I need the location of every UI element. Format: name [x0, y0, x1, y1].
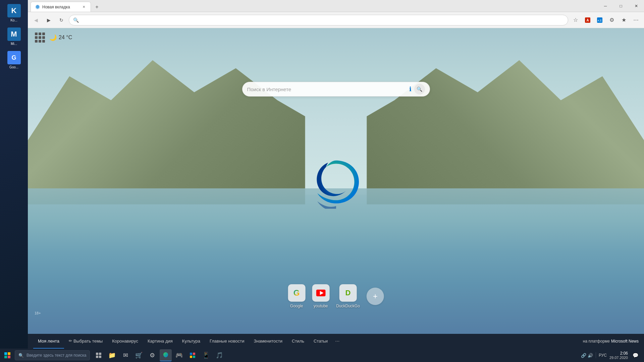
toolbar-icons: ☆ A A文 ⚙ ★ ⋯ — [570, 15, 641, 25]
quick-link-google[interactable]: G Google — [288, 284, 305, 308]
temperature-text: 24 °C — [59, 35, 72, 41]
age-badge: 18+ — [35, 311, 41, 315]
svg-rect-12 — [99, 353, 101, 355]
collections-icon[interactable]: ★ — [619, 15, 629, 25]
bing-icon[interactable]: ℹ — [409, 85, 412, 93]
svg-rect-10 — [8, 356, 10, 358]
quick-links: G Google youtube D DuckDuckGo + — [288, 284, 384, 308]
back-button[interactable]: ◀ — [31, 15, 41, 25]
svg-text:A文: A文 — [597, 19, 602, 22]
search-input[interactable] — [247, 86, 407, 92]
close-button[interactable]: ✕ — [629, 0, 644, 12]
language-indicator[interactable]: РУС — [599, 353, 607, 358]
news-item-my-feed[interactable]: Моя лента — [33, 334, 64, 349]
desktop-icon-3[interactable]: G Goo... — [4, 51, 24, 69]
task-view-button[interactable] — [93, 349, 105, 361]
news-item-culture[interactable]: Культура — [177, 334, 205, 349]
network-icon[interactable]: 🔗 — [581, 353, 586, 358]
settings-button[interactable]: ⚙ — [606, 15, 617, 25]
tab-area: Новая вкладка ✕ + — [28, 0, 598, 12]
minimize-button[interactable]: ─ — [598, 0, 613, 12]
more-button[interactable]: ⋯ — [631, 15, 641, 25]
file-explorer-button[interactable]: 📁 — [106, 349, 118, 361]
news-item-top-news[interactable]: Главные новости — [205, 334, 249, 349]
address-bar: ◀ ▶ ↻ 🔍 ☆ A A文 ⚙ ★ ⋯ — [28, 12, 644, 28]
window-controls: ─ □ ✕ — [598, 0, 644, 12]
news-item-style[interactable]: Стиль — [287, 334, 309, 349]
volume-icon[interactable]: 🔊 — [588, 353, 593, 358]
tab-close-button[interactable]: ✕ — [81, 4, 87, 10]
google-icon: G — [288, 284, 305, 302]
news-item-picture-of-day[interactable]: Картина дия — [143, 334, 177, 349]
svg-rect-18 — [193, 356, 195, 358]
quick-link-youtube[interactable]: youtube — [312, 284, 329, 308]
weather-widget: 🌙 24 °C — [49, 34, 72, 41]
title-bar: Новая вкладка ✕ + ─ □ ✕ — [28, 0, 644, 12]
clock[interactable]: 2:06 29.07.2020 — [609, 351, 628, 360]
settings-button-taskbar[interactable]: ⚙ — [146, 349, 158, 361]
news-item-coronavirus[interactable]: Коронавирус — [107, 334, 143, 349]
svg-text:A: A — [586, 18, 589, 22]
nt-top-bar: 🌙 24 °C — [35, 32, 72, 43]
date-text: 29.07.2020 — [609, 356, 628, 360]
desktop: K Ko... M Mi... G Goo... — [0, 0, 28, 362]
time-text: 2:06 — [609, 351, 628, 356]
search-icon: 🔍 — [73, 17, 79, 23]
tab-favicon — [35, 4, 40, 10]
search-box[interactable]: ℹ 🔍 — [242, 82, 430, 97]
svg-rect-11 — [96, 353, 98, 355]
translate-icon[interactable]: A文 — [594, 15, 605, 25]
favorites-icon[interactable]: ☆ — [570, 15, 581, 25]
pencil-icon: ✏ — [69, 339, 72, 343]
water-reflection — [28, 188, 644, 349]
platform-brand: Microsoft News — [611, 339, 639, 344]
taskbar-right: 🔗 🔊 РУС 2:06 29.07.2020 💬 — [581, 351, 644, 360]
notification-button[interactable]: 💬 — [631, 351, 640, 360]
url-input[interactable] — [82, 17, 564, 23]
extra-button[interactable]: 🎵 — [213, 349, 225, 361]
add-link-button[interactable]: + — [367, 288, 384, 305]
edge-button[interactable] — [160, 349, 172, 361]
tab-title: Новая вкладка — [42, 5, 79, 9]
sys-tray: 🔗 🔊 — [581, 353, 593, 358]
forward-button[interactable]: ▶ — [43, 15, 54, 25]
svg-rect-17 — [190, 356, 192, 358]
weather-icon: 🌙 — [49, 34, 57, 41]
refresh-button[interactable]: ↻ — [56, 15, 67, 25]
taskbar-search-box[interactable]: 🔍 Введите здесь текст для поиска — [15, 350, 90, 360]
news-platform: на платформе Microsoft News — [583, 339, 639, 344]
maximize-button[interactable]: □ — [613, 0, 629, 12]
mail-button[interactable]: ✉ — [119, 349, 131, 361]
new-tab-page: 🌙 24 °C ℹ 🔍 — [28, 28, 644, 349]
news-item-celebrities[interactable]: Знаменитости — [249, 334, 287, 349]
desktop-icon-2[interactable]: M Mi... — [4, 27, 24, 46]
quick-link-duckduckgo[interactable]: D DuckDuckGo — [336, 284, 360, 308]
photos-button[interactable] — [186, 349, 199, 361]
svg-rect-9 — [4, 356, 7, 358]
search-widget: ℹ 🔍 — [242, 82, 430, 97]
new-tab-button[interactable]: + — [92, 2, 102, 12]
store-button[interactable]: 🛒 — [133, 349, 145, 361]
phone-button[interactable]: 📱 — [200, 349, 212, 361]
xbox-button[interactable]: 🎮 — [173, 349, 185, 361]
edge-logo — [309, 155, 363, 209]
active-tab[interactable]: Новая вкладка ✕ — [31, 2, 91, 12]
google-label: Google — [290, 304, 303, 308]
news-item-choose-themes[interactable]: ✏ Выбрать темы — [64, 334, 107, 349]
url-bar[interactable]: 🔍 — [69, 15, 568, 25]
taskbar-pinned-apps: 📁 ✉ 🛒 ⚙ 🎮 📱 � — [93, 349, 225, 361]
youtube-icon — [312, 284, 329, 302]
youtube-label: youtube — [314, 304, 328, 308]
svg-rect-15 — [190, 353, 192, 355]
taskbar-search-icon: 🔍 — [18, 353, 24, 358]
news-bar: Моя лента ✏ Выбрать темы Коронавирус Кар… — [28, 334, 644, 349]
news-more-button[interactable]: ··· — [332, 338, 342, 344]
desktop-icon-1[interactable]: K Ko... — [4, 4, 24, 22]
start-button[interactable] — [0, 349, 15, 362]
taskbar-search-placeholder: Введите здесь текст для поиска — [26, 353, 86, 358]
apps-button[interactable] — [35, 32, 45, 43]
search-button[interactable]: 🔍 — [414, 84, 425, 95]
browser-window: Новая вкладка ✕ + ─ □ ✕ ◀ ▶ ↻ 🔍 ☆ A — [28, 0, 644, 349]
adobe-extension-icon[interactable]: A — [582, 15, 593, 25]
news-item-articles[interactable]: Статьи — [309, 334, 332, 349]
